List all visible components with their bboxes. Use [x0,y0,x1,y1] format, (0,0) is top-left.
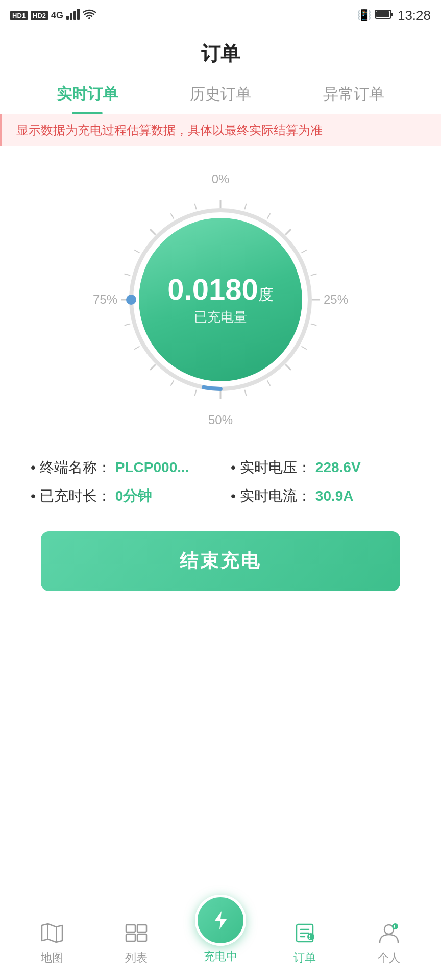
bullet-current: • [231,488,236,504]
svg-rect-0 [66,16,69,20]
svg-rect-7 [376,11,389,17]
svg-line-22 [171,380,174,385]
status-bar: HD1 HD2 4G 📳 [0,0,441,31]
tab-bar: 实时订单 历史订单 异常订单 [0,75,441,114]
svg-line-13 [311,274,317,276]
bullet-duration: • [31,488,36,504]
info-grid: • 终端名称： PLCP000... • 实时电压： 228.6V • 已充时长… [0,443,441,521]
gauge-value: 0.0180度 [167,273,273,306]
svg-rect-39 [137,925,146,932]
order-icon: ! [293,923,316,947]
nav-label-charging: 充电中 [204,949,237,964]
nav-item-charging[interactable]: 充电中 [179,895,263,964]
person-icon: ! [378,923,400,947]
svg-rect-6 [391,13,393,16]
hd1-icon: HD1 [10,11,28,20]
charging-circle-button[interactable] [195,895,246,946]
nav-item-map[interactable]: 地图 [10,923,94,966]
svg-point-49 [392,923,398,929]
signal-4g-icon: 4G [51,10,63,21]
tab-history[interactable]: 历史订单 [154,75,287,114]
label-current: 实时电流： [240,486,311,506]
info-item-duration: • 已充时长： 0分钟 [31,486,210,506]
info-item-current: • 实时电流： 30.9A [231,486,410,506]
page-title: 订单 [201,43,240,64]
svg-line-24 [134,347,139,350]
svg-line-31 [195,204,197,210]
svg-marker-35 [42,924,62,942]
svg-line-21 [195,390,197,396]
nav-item-list[interactable]: 列表 [94,923,179,966]
svg-line-15 [311,324,317,325]
gauge-sublabel: 已充电量 [194,308,247,326]
svg-line-10 [267,213,271,218]
gauge-label-50pct: 50% [208,413,233,427]
nav-item-person[interactable]: ! 个人 [347,923,431,966]
svg-rect-38 [126,925,135,932]
end-charge-button[interactable]: 结束充电 [41,531,400,591]
vibrate-icon: 📳 [357,9,371,22]
value-voltage: 228.6V [315,459,361,476]
status-right: 📳 13:28 [357,8,431,23]
svg-point-4 [88,17,90,19]
svg-line-9 [244,204,246,210]
battery-icon [375,9,394,22]
svg-line-18 [267,380,271,385]
gauge-inner-circle: 0.0180度 已充电量 [139,218,302,381]
svg-line-19 [244,390,246,396]
info-item-voltage: • 实时电压： 228.6V [231,458,410,477]
svg-text:!: ! [309,934,310,940]
bullet-terminal: • [31,459,36,476]
svg-line-23 [150,364,156,370]
svg-line-11 [285,229,291,235]
list-icon [125,923,148,947]
tab-abnormal[interactable]: 异常订单 [287,75,421,114]
nav-label-list: 列表 [125,950,148,966]
svg-line-16 [301,347,306,350]
label-duration: 已充时长： [40,486,111,506]
nav-label-map: 地图 [41,950,63,966]
gauge-wrapper: 0% 50% 75% 25% [88,167,353,432]
svg-text:!: ! [394,924,395,929]
svg-line-27 [125,274,131,276]
signal-bars-icon [66,9,80,22]
nav-label-order: 订单 [293,950,316,966]
value-current: 30.9A [315,488,354,504]
svg-line-29 [150,229,156,235]
bottom-nav: 地图 列表 充电中 [0,909,441,980]
status-left: HD1 HD2 4G [10,9,96,22]
label-voltage: 实时电压： [240,458,311,477]
svg-rect-1 [70,13,72,20]
svg-point-34 [126,295,136,305]
page-header: 订单 [0,31,441,75]
charge-bolt-icon [210,910,231,930]
svg-line-28 [134,250,139,253]
label-terminal: 终端名称： [40,458,111,477]
tab-realtime[interactable]: 实时订单 [20,75,154,114]
svg-line-30 [171,213,174,218]
svg-rect-3 [77,9,80,20]
gauge-label-0pct: 0% [212,172,230,186]
svg-rect-40 [126,934,135,941]
svg-line-17 [285,364,291,370]
value-terminal: PLCP000... [115,459,189,476]
svg-rect-41 [137,934,146,941]
gauge-section: 0% 50% 75% 25% [0,146,441,443]
map-icon [41,923,63,947]
bullet-voltage: • [231,459,236,476]
notice-banner: 显示数据为充电过程估算数据，具体以最终实际结算为准 [0,114,441,146]
notice-text: 显示数据为充电过程估算数据，具体以最终实际结算为准 [16,123,323,137]
nav-label-person: 个人 [378,950,400,966]
value-duration: 0分钟 [115,486,152,506]
info-item-terminal: • 终端名称： PLCP000... [31,458,210,477]
nav-item-order[interactable]: ! 订单 [262,923,347,966]
svg-line-25 [125,324,131,325]
time-display: 13:28 [398,8,431,23]
svg-rect-2 [74,11,76,20]
wifi-icon [83,9,96,22]
hd2-icon: HD2 [31,11,48,20]
svg-line-12 [301,250,306,253]
